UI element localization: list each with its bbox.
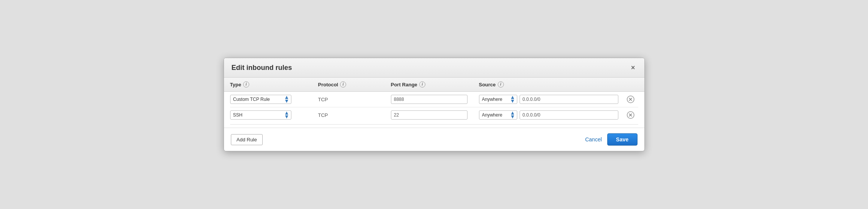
source-select-2[interactable]: Anywhere Custom My IP	[479, 110, 517, 120]
cell-port-range-1	[391, 95, 479, 104]
source-cidr-input-2[interactable]	[520, 110, 618, 120]
dialog-body: Type i Protocol i Port Range i Source i	[224, 78, 644, 125]
cell-type-2: Custom TCP Rule SSH HTTP HTTPS All traff…	[230, 110, 318, 120]
cancel-button[interactable]: Cancel	[585, 136, 602, 143]
cell-action-2: ✕	[623, 111, 638, 119]
protocol-info-icon[interactable]: i	[340, 81, 346, 87]
type-select-1[interactable]: Custom TCP Rule SSH HTTP HTTPS All traff…	[230, 95, 291, 104]
source-cidr-input-1[interactable]	[520, 95, 618, 104]
table-rows: Custom TCP Rule SSH HTTP HTTPS All traff…	[224, 92, 644, 123]
table-header: Type i Protocol i Port Range i Source i	[224, 78, 644, 92]
cell-port-range-2	[391, 110, 479, 120]
type-info-icon[interactable]: i	[243, 81, 249, 87]
type-select-wrapper-1: Custom TCP Rule SSH HTTP HTTPS All traff…	[230, 95, 291, 104]
dialog-header: Edit inbound rules ×	[224, 58, 644, 78]
cell-type-1: Custom TCP Rule SSH HTTP HTTPS All traff…	[230, 95, 318, 104]
col-header-port-range: Port Range i	[391, 81, 479, 87]
dialog-title: Edit inbound rules	[232, 64, 292, 72]
table-row: Custom TCP Rule SSH HTTP HTTPS All traff…	[230, 107, 638, 123]
type-select-2[interactable]: Custom TCP Rule SSH HTTP HTTPS All traff…	[230, 110, 291, 120]
remove-row-button-1[interactable]: ✕	[627, 96, 634, 103]
col-header-type: Type i	[230, 81, 318, 87]
remove-icon-2: ✕	[627, 111, 634, 119]
col-header-source: Source i	[479, 81, 638, 87]
dialog-footer: Add Rule Cancel Save	[224, 128, 644, 151]
port-range-input-1[interactable]	[391, 95, 468, 104]
source-info-icon[interactable]: i	[498, 81, 504, 87]
cell-action-1: ✕	[623, 96, 638, 103]
port-range-input-2[interactable]	[391, 110, 468, 120]
remove-icon-1: ✕	[627, 96, 634, 103]
footer-right: Cancel Save	[585, 133, 637, 146]
save-button[interactable]: Save	[607, 133, 638, 146]
remove-row-button-2[interactable]: ✕	[627, 111, 634, 119]
cell-protocol-2: TCP	[318, 112, 391, 118]
add-rule-button[interactable]: Add Rule	[231, 134, 263, 145]
source-select-wrapper-2: Anywhere Custom My IP ▲ ▼	[479, 110, 517, 120]
type-select-wrapper-2: Custom TCP Rule SSH HTTP HTTPS All traff…	[230, 110, 291, 120]
cell-source-1: Anywhere Custom My IP ▲ ▼	[479, 95, 623, 104]
footer-divider	[230, 124, 638, 125]
close-button[interactable]: ×	[629, 63, 638, 72]
cell-source-2: Anywhere Custom My IP ▲ ▼	[479, 110, 623, 120]
cell-protocol-1: TCP	[318, 97, 391, 102]
edit-inbound-rules-dialog: Edit inbound rules × Type i Protocol i P…	[224, 58, 645, 151]
col-header-protocol: Protocol i	[318, 81, 391, 87]
port-range-info-icon[interactable]: i	[419, 81, 425, 87]
table-row: Custom TCP Rule SSH HTTP HTTPS All traff…	[230, 92, 638, 107]
source-select-wrapper-1: Anywhere Custom My IP ▲ ▼	[479, 95, 517, 104]
source-select-1[interactable]: Anywhere Custom My IP	[479, 95, 517, 104]
